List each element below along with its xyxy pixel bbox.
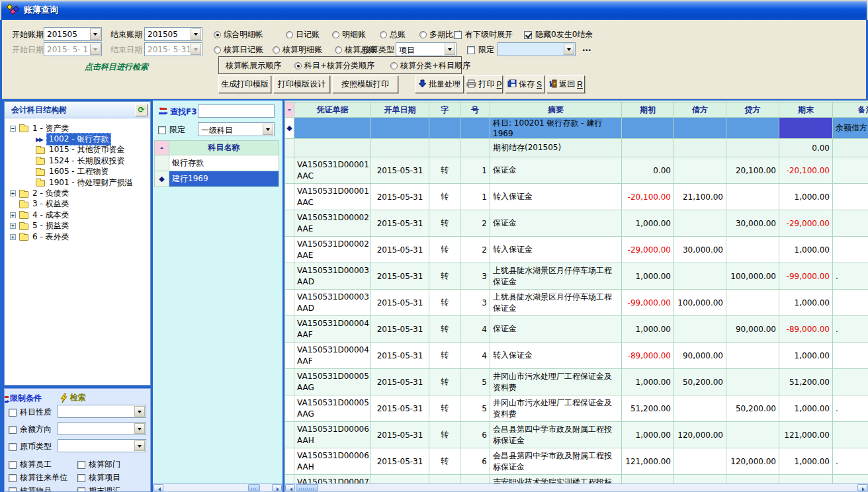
minus-expander-icon[interactable]: −	[10, 126, 16, 132]
subject-horizontal-scrollbar[interactable]	[153, 483, 282, 492]
restrict-核算物品-checkbox[interactable]: 核算物品	[9, 485, 52, 492]
plus-expander-icon[interactable]: +	[10, 212, 16, 218]
order-mode-radio[interactable]: 核算分类+科目顺序	[390, 60, 470, 71]
dropdown-arrow-icon[interactable]	[134, 423, 145, 434]
restrict-核算往来单位-checkbox[interactable]: 核算往来单位	[9, 472, 67, 483]
checkbox-icon	[9, 487, 17, 492]
swap-icon[interactable]	[4, 395, 10, 403]
scroll-left-icon[interactable]	[153, 484, 163, 491]
scrollbar-thumb[interactable]	[248, 484, 260, 491]
ledger-row[interactable]: VA150531D00005AAG2015-05-31转5井冈山市污水处理厂工程…	[285, 369, 868, 395]
dropdown-arrow-icon[interactable]	[134, 440, 145, 451]
acct-type-combobox[interactable]: 项目	[396, 42, 456, 56]
subject-level-combobox[interactable]: 一级科目	[198, 122, 275, 136]
limit-checkbox[interactable]: 限定	[467, 44, 494, 56]
date-cell: 2015-05-31	[371, 316, 429, 343]
ledger-row[interactable]: VA150531D00002AAE2015-05-31转2转入保证金-29,00…	[285, 237, 868, 263]
restrict-期末调汇-checkbox[interactable]: 期末调汇	[77, 485, 120, 492]
ledger-row[interactable]: VA150531D00006AAH2015-05-31转6会昌县第四中学市政及附…	[285, 448, 868, 475]
tree-item-1002[interactable]: ▶▶1002 - 银行存款	[5, 134, 150, 144]
dropdown-arrow-icon[interactable]	[90, 28, 101, 40]
limit-combobox[interactable]	[498, 42, 576, 56]
ledger-row[interactable]: VA150531D00004AAF2015-05-31转4保证金1,000.00…	[285, 316, 868, 343]
restrict-核算员工-checkbox[interactable]: 核算员工	[9, 459, 52, 470]
tree-item-1[interactable]: −1 - 资产类	[5, 123, 150, 134]
button-生成打印模版[interactable]: 生成打印模版	[218, 75, 271, 93]
button-打印P[interactable]: 打印P	[466, 75, 503, 93]
ledger-subject-row[interactable]: ◆科目: 100201 银行存款 - 建行1969余额借方	[285, 118, 868, 139]
ledger-opening-row[interactable]: 期初结存(201505)0.00	[285, 139, 868, 157]
find-input[interactable]	[198, 104, 275, 118]
summary-cell: 井冈山市污水处理厂工程保证金及资料费	[490, 369, 622, 395]
button-返回R[interactable]: 返回R	[546, 75, 585, 93]
date-cell: 2015-05-31	[371, 343, 429, 369]
search-link[interactable]: 检索	[60, 392, 86, 403]
dropdown-arrow-icon[interactable]	[191, 28, 201, 40]
view-mode-radio[interactable]: 总账	[380, 29, 406, 40]
start-period-combobox[interactable]: 201505	[44, 27, 102, 41]
scroll-right-icon[interactable]	[857, 484, 867, 491]
scroll-right-icon[interactable]	[272, 484, 282, 491]
date-cell: 2015-05-31	[371, 237, 429, 263]
expand-children-checkbox[interactable]: 有下级时展开	[454, 29, 513, 40]
tree-item-1605[interactable]: 1605 - 工程物资	[5, 167, 150, 177]
tree-item-6[interactable]: +6 - 表外类	[5, 231, 150, 242]
tree-item-1901[interactable]: 1901 - 待处理财产损溢	[5, 177, 150, 188]
hide-zero-checkbox[interactable]: 隐藏0发生0结余	[524, 29, 593, 40]
restrict-余额方向-checkbox[interactable]: 余额方向	[9, 424, 52, 435]
ledger-row[interactable]: VA150531D00003AAD2015-05-31转3上犹县陡水湖景区月仔停…	[285, 290, 868, 316]
restrict-余额方向-combobox[interactable]	[58, 422, 146, 435]
ledger-row[interactable]: VA150531D00003AAD2015-05-31转3上犹县陡水湖景区月仔停…	[285, 263, 868, 290]
dropdown-arrow-icon[interactable]	[134, 406, 145, 417]
tree-item-2[interactable]: +2 - 负债类	[5, 188, 150, 198]
end-date-label: 结束日期	[110, 44, 142, 56]
scroll-left-icon[interactable]	[285, 484, 295, 491]
plus-expander-icon[interactable]: +	[10, 223, 16, 229]
view-mode-radio[interactable]: 日记账	[286, 29, 320, 40]
acct-mode-radio[interactable]: 核算日记账	[214, 44, 263, 56]
folder-icon	[19, 202, 28, 208]
view-mode-radio[interactable]: 综合明细帐	[214, 29, 263, 40]
subject-row[interactable]: ◆建行1969	[155, 171, 279, 187]
scrollbar-thumb[interactable]	[296, 484, 318, 491]
restrict-核算部门-checkbox[interactable]: 核算部门	[77, 459, 120, 470]
ledger-row[interactable]: VA150531D00005AAG2015-05-31转5井冈山市污水处理厂工程…	[285, 395, 868, 422]
ledger-row[interactable]: VA150531D00006AAH2015-05-31转6会昌县第四中学市政及附…	[285, 422, 868, 448]
plus-expander-icon[interactable]: +	[10, 234, 16, 240]
ledger-grid-panel: -凭证单据开单日期字号摘要期初借方贷方期末备注◆科目: 100201 银行存款 …	[284, 101, 868, 492]
tree-item-5[interactable]: +5 - 损益类	[5, 221, 150, 231]
tree-item-1524[interactable]: 1524 - 长期股权投资	[5, 155, 150, 166]
subject-limit-checkbox[interactable]: 限定	[158, 124, 185, 136]
button-按照模版打印[interactable]: 按照模版打印	[332, 75, 398, 93]
swap-icon[interactable]	[157, 107, 168, 115]
ledger-row[interactable]: VA150531D00004AAF2015-05-31转4转入保证金-89,00…	[285, 343, 868, 369]
restrict-原币类型-combobox[interactable]	[58, 439, 146, 452]
dropdown-arrow-icon[interactable]	[263, 124, 273, 135]
refresh-icon[interactable]: ⟳	[135, 104, 148, 116]
subject-row[interactable]: 银行存款	[155, 155, 279, 171]
tree-item-3[interactable]: 3 - 权益类	[5, 199, 150, 210]
view-mode-radio[interactable]: 明细账	[332, 29, 366, 40]
ledger-row[interactable]: VA150531D00002AAE2015-05-31转2保证金1,000.00…	[285, 210, 868, 237]
restrict-核算项目-checkbox[interactable]: 核算项目	[77, 472, 120, 483]
restrict-科目性质-combobox[interactable]	[58, 405, 146, 418]
tree-item-4[interactable]: +4 - 成本类	[5, 210, 150, 220]
plus-expander-icon[interactable]: +	[10, 190, 16, 196]
dropdown-arrow-icon[interactable]	[564, 44, 574, 55]
order-mode-radio[interactable]: 科目+核算分类顺序	[294, 60, 374, 71]
ledger-row[interactable]: VA150531D00001AAC2015-05-31转1转入保证金-20,10…	[285, 184, 868, 210]
subject-search-hint-link[interactable]: 点击科目进行检索	[85, 62, 148, 73]
restrict-原币类型-checkbox[interactable]: 原币类型	[9, 441, 52, 452]
ledger-row[interactable]: VA150531D00001AAC2015-05-31转1保证金0.0020,1…	[285, 157, 868, 184]
acct-mode-radio[interactable]: 核算明细账	[273, 44, 322, 56]
button-批量处理[interactable]: 批量处理	[415, 75, 464, 93]
tree-item-1015[interactable]: 1015 - 其他货币资金	[5, 145, 150, 155]
more-ellipsis[interactable]: ...	[582, 44, 591, 53]
restrict-科目性质-checkbox[interactable]: 科目性质	[9, 407, 52, 418]
end-period-combobox[interactable]: 201505	[144, 27, 202, 41]
button-打印模版设计[interactable]: 打印模版设计	[273, 75, 330, 93]
dropdown-arrow-icon[interactable]	[445, 44, 455, 55]
credit-cell	[726, 290, 779, 316]
ledger-horizontal-scrollbar[interactable]	[284, 483, 868, 492]
button-保存S[interactable]: 保存S	[505, 75, 544, 93]
